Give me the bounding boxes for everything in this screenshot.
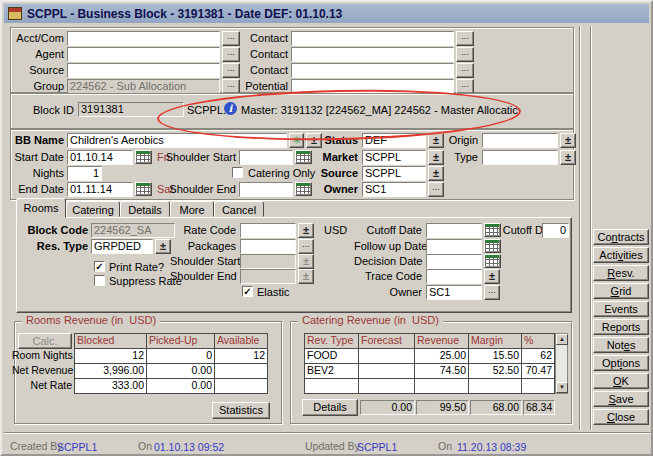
market-field[interactable]: SCPPL xyxy=(362,150,426,165)
catering-row-revenue[interactable] xyxy=(414,378,469,394)
tab-rooms[interactable]: Rooms xyxy=(16,198,66,218)
end-date-calendar-icon[interactable] xyxy=(135,182,152,196)
source-field[interactable] xyxy=(67,63,220,78)
nights-field[interactable]: 1 xyxy=(67,166,102,181)
packages-field[interactable] xyxy=(240,239,296,254)
contact3-lookup-button[interactable]: ... xyxy=(456,63,474,78)
start-date-field[interactable]: 01.10.14 xyxy=(67,150,133,165)
catering-row-pct[interactable] xyxy=(521,378,555,394)
rooms-owner-field[interactable]: SC1 xyxy=(426,285,482,300)
trace-code-lov-button[interactable]: ± xyxy=(484,269,500,284)
nights-label: Nights xyxy=(8,166,64,181)
status-field[interactable]: DEF xyxy=(362,133,426,148)
packages-lookup-button[interactable]: ... xyxy=(298,239,314,254)
print-rate-checkbox[interactable]: ✓ xyxy=(94,261,105,272)
catering-row-margin[interactable]: 52.50 xyxy=(468,363,522,379)
follow-up-date-field[interactable] xyxy=(426,239,482,254)
tab-catering[interactable]: Catering xyxy=(66,201,120,217)
resv-button[interactable]: Resv. xyxy=(593,265,649,281)
catering-row-forecast[interactable] xyxy=(358,363,415,379)
trace-code-field[interactable] xyxy=(426,269,482,284)
catering-scrollbar[interactable]: ▲ ▼ xyxy=(555,333,568,394)
rooms-owner-lookup-button[interactable]: ... xyxy=(484,285,500,300)
catering-row-pct[interactable]: 70.47 xyxy=(521,363,555,379)
res-type-label: Res. Type xyxy=(22,239,88,254)
catering-row-rev-type[interactable] xyxy=(304,378,359,394)
group-lookup-button[interactable]: ... xyxy=(222,79,240,94)
bb-source-lov-button[interactable]: ± xyxy=(428,166,444,181)
tab-more[interactable]: More xyxy=(170,201,214,217)
potential-lookup-button[interactable]: ... xyxy=(456,79,474,94)
contact1-field[interactable] xyxy=(291,31,454,46)
type-lov-button[interactable]: ± xyxy=(560,150,576,165)
rate-code-field[interactable] xyxy=(240,223,296,238)
res-type-field[interactable]: GRPDED xyxy=(91,239,153,254)
contracts-button[interactable]: Contracts xyxy=(593,229,649,245)
shoulder-end-field[interactable] xyxy=(239,182,293,197)
contact2-label: Contact xyxy=(244,47,288,62)
close-button[interactable]: Close xyxy=(593,409,649,425)
room-nights-available: 12 xyxy=(214,348,268,364)
catering-row-revenue[interactable]: 74.50 xyxy=(414,363,469,379)
cutoff-date-field[interactable] xyxy=(426,223,482,238)
catering-row-pct[interactable]: 62 xyxy=(521,348,555,364)
owner-field[interactable]: SC1 xyxy=(362,182,426,197)
rate-code-lov-button[interactable]: ± xyxy=(298,223,314,238)
statistics-button[interactable]: Statistics xyxy=(212,402,270,419)
decision-date-calendar-icon[interactable] xyxy=(484,254,501,268)
options-button[interactable]: Options xyxy=(593,355,649,371)
end-date-field[interactable]: 01.11.14 xyxy=(67,182,133,197)
details-button[interactable]: Details xyxy=(302,399,358,416)
trace-code-label: Trace Code xyxy=(354,269,422,284)
elastic-checkbox[interactable]: ✓ xyxy=(242,286,253,297)
ok-button[interactable]: OK xyxy=(593,373,649,389)
rate-code-label: Rate Code xyxy=(170,223,236,238)
catering-row-rev-type[interactable]: FOOD xyxy=(304,348,359,364)
bb-source-field[interactable]: SCPPL xyxy=(362,166,426,181)
decision-date-field[interactable] xyxy=(426,254,482,269)
scroll-down-icon[interactable]: ▼ xyxy=(556,382,568,393)
owner-lookup-button[interactable]: ... xyxy=(428,182,444,197)
shoulder-start-field[interactable] xyxy=(239,150,293,165)
catering-row-margin[interactable]: 15.50 xyxy=(468,348,522,364)
origin-lov-button[interactable]: ± xyxy=(560,133,576,148)
tab-cancel[interactable]: Cancel xyxy=(214,201,264,217)
save-button[interactable]: Save xyxy=(593,391,649,407)
contact1-lookup-button[interactable]: ... xyxy=(456,31,474,46)
agent-lookup-button[interactable]: ... xyxy=(222,47,240,62)
catering-row-margin[interactable] xyxy=(468,378,522,394)
type-label: Type xyxy=(434,150,478,165)
cutoff-days-field[interactable]: 0 xyxy=(542,223,569,238)
scroll-up-icon[interactable]: ▲ xyxy=(556,334,568,345)
catering-row-revenue[interactable]: 25.00 xyxy=(414,348,469,364)
title-bar[interactable]: SCPPL - Business Block - 3191381 - Date … xyxy=(4,4,649,23)
acct-com-field[interactable] xyxy=(67,31,220,46)
events-button[interactable]: Events xyxy=(593,301,649,317)
acct-com-lookup-button[interactable]: ... xyxy=(222,31,240,46)
contact2-field[interactable] xyxy=(291,47,454,62)
cutoff-date-calendar-icon[interactable] xyxy=(484,223,501,237)
agent-field[interactable] xyxy=(67,47,220,62)
type-field[interactable] xyxy=(482,150,558,165)
potential-field[interactable] xyxy=(291,79,454,94)
res-type-lov-button[interactable]: ± xyxy=(155,239,171,254)
contact3-field[interactable] xyxy=(291,63,454,78)
bb-name-field[interactable]: Children's Aerobics xyxy=(67,133,287,148)
reports-button[interactable]: Reports xyxy=(593,319,649,335)
info-icon[interactable]: i xyxy=(224,102,237,115)
tab-details[interactable]: Details xyxy=(120,201,170,217)
suppress-rate-checkbox[interactable]: ✓ xyxy=(94,275,105,286)
notes-button[interactable]: Notes xyxy=(593,337,649,353)
source-lookup-button[interactable]: ... xyxy=(222,63,240,78)
catering-row-forecast[interactable] xyxy=(358,348,415,364)
activities-button[interactable]: Activities xyxy=(593,247,649,263)
grid-button[interactable]: Grid xyxy=(593,283,649,299)
follow-up-date-calendar-icon[interactable] xyxy=(484,239,501,253)
catering-row-rev-type[interactable]: BEV2 xyxy=(304,363,359,379)
col-forecast: Forecast xyxy=(358,333,415,349)
catering-only-checkbox[interactable]: ✓ xyxy=(232,167,243,178)
start-date-calendar-icon[interactable] xyxy=(135,150,152,164)
catering-row-forecast[interactable] xyxy=(358,378,415,394)
origin-field[interactable] xyxy=(482,133,558,148)
contact2-lookup-button[interactable]: ... xyxy=(456,47,474,62)
